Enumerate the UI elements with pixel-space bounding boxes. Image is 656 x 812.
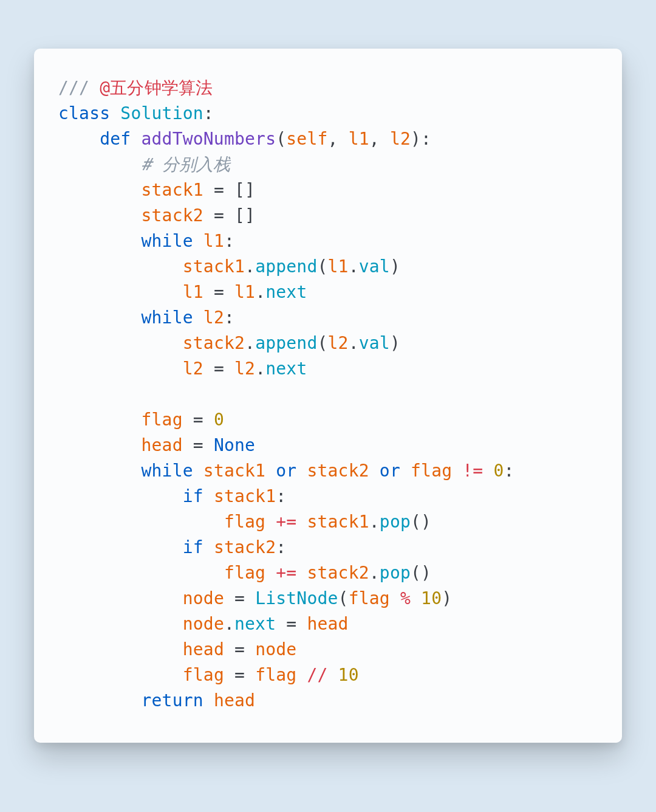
code-token: l1: [328, 256, 349, 277]
code-token: (): [411, 512, 431, 532]
code-token: [58, 180, 141, 200]
code-token: append: [255, 256, 317, 277]
code-token: !=: [462, 461, 483, 481]
code-token: :: [276, 486, 286, 506]
code-token: ):: [411, 129, 431, 149]
code-token: flag: [183, 665, 234, 685]
code-token: [296, 512, 307, 532]
code-token: =: [193, 410, 214, 430]
code-token: next: [265, 282, 307, 302]
code-token: ): [442, 588, 452, 608]
code-token: l1: [183, 282, 214, 302]
code-token: =: [214, 359, 234, 379]
code-token: = []: [214, 180, 255, 200]
code-token: .: [245, 333, 255, 353]
code-token: [58, 359, 183, 379]
code-token: next: [234, 614, 286, 634]
code-token: head: [183, 639, 234, 659]
code-token: or: [380, 461, 411, 481]
code-token: .: [369, 512, 380, 532]
code-token: l2: [328, 333, 349, 353]
code-token: next: [265, 359, 307, 379]
code-token: =: [193, 435, 214, 455]
code-token: [58, 563, 224, 583]
code-token: or: [276, 461, 307, 481]
code-token: # 分别入栈: [141, 154, 230, 174]
code-token: [58, 384, 69, 404]
code-token: ///: [58, 78, 100, 98]
code-token: //: [307, 665, 327, 685]
code-token: stack1: [183, 256, 245, 277]
code-token: if: [183, 486, 214, 506]
code-token: (: [338, 588, 349, 608]
code-token: stack2: [183, 333, 245, 353]
code-line: while l2:: [58, 305, 598, 331]
code-token: :: [203, 103, 214, 123]
code-line: /// @五分钟学算法: [58, 75, 598, 101]
code-token: Solution: [120, 103, 203, 123]
code-token: pop: [380, 512, 411, 532]
code-token: val: [359, 256, 390, 277]
code-card: /// @五分钟学算法class Solution: def addTwoNum…: [34, 49, 622, 743]
code-token: :: [504, 461, 514, 481]
code-token: .: [224, 614, 234, 634]
code-token: [58, 665, 183, 685]
code-token: node: [183, 614, 224, 634]
code-token: [58, 690, 141, 710]
code-token: stack1: [203, 461, 276, 481]
code-token: l2: [390, 129, 411, 149]
code-token: @五分钟学算法: [100, 78, 213, 98]
code-line: stack1.append(l1.val): [58, 254, 598, 280]
code-token: head: [307, 614, 348, 634]
code-line: [58, 382, 598, 407]
code-token: [328, 665, 338, 685]
code-token: .: [349, 256, 359, 277]
code-line: while stack1 or stack2 or flag != 0:: [58, 458, 598, 484]
code-token: [58, 588, 183, 608]
code-token: [58, 435, 141, 455]
code-token: (): [411, 563, 431, 583]
code-token: 0: [494, 461, 504, 481]
code-line: stack1 = []: [58, 177, 598, 203]
code-token: :: [276, 537, 286, 557]
code-token: [58, 410, 141, 430]
code-token: [58, 461, 141, 481]
code-token: .: [255, 359, 265, 379]
code-line: head = node: [58, 637, 598, 662]
code-line: node.next = head: [58, 611, 598, 637]
code-token: +=: [276, 563, 296, 583]
code-token: .: [245, 256, 255, 277]
code-token: [58, 614, 183, 634]
code-token: =: [234, 588, 255, 608]
code-token: l1: [203, 231, 224, 251]
code-token: ): [390, 256, 400, 277]
code-token: flag: [141, 410, 193, 430]
code-token: node: [183, 588, 234, 608]
code-line: node = ListNode(flag % 10): [58, 586, 598, 611]
code-token: [483, 461, 493, 481]
code-token: flag: [224, 563, 276, 583]
code-token: head: [214, 690, 255, 710]
code-token: while: [141, 461, 203, 481]
code-line: head = None: [58, 433, 598, 458]
code-line: flag += stack1.pop(): [58, 509, 598, 535]
code-token: def: [100, 129, 141, 149]
code-token: .: [369, 563, 380, 583]
code-token: pop: [380, 563, 411, 583]
code-token: while: [141, 308, 203, 328]
code-token: stack1: [141, 180, 213, 200]
code-line: def addTwoNumbers(self, l1, l2):: [58, 126, 598, 152]
code-token: l2: [203, 308, 224, 328]
code-token: l2: [183, 359, 214, 379]
code-token: self: [286, 129, 327, 149]
code-token: 10: [421, 588, 442, 608]
code-token: [58, 256, 183, 277]
code-token: [58, 129, 100, 149]
code-token: node: [255, 639, 296, 659]
code-token: flag: [255, 665, 307, 685]
code-line: stack2.append(l2.val): [58, 331, 598, 356]
code-token: flag: [224, 512, 276, 532]
code-line: if stack2:: [58, 535, 598, 560]
code-line: l1 = l1.next: [58, 280, 598, 305]
code-token: [58, 537, 183, 557]
